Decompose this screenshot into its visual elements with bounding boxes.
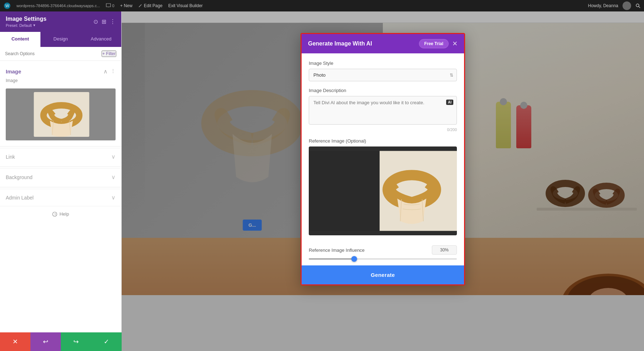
svg-line-4 (639, 6, 640, 8)
site-url[interactable]: wordpress-784896-3766464.cloudwaysapps.c… (16, 4, 100, 8)
undo-button[interactable]: ↩ (30, 332, 61, 351)
image-style-label: Image Style (309, 61, 457, 66)
close-dialog-button[interactable]: ✕ (452, 40, 458, 47)
svg-text:W: W (5, 4, 9, 8)
influence-slider[interactable] (309, 258, 457, 260)
svg-rect-18 (309, 151, 380, 231)
influence-label: Reference Image Influence (309, 247, 365, 253)
image-desc-label: Image Description (309, 88, 457, 93)
generate-button[interactable]: Generate (302, 265, 464, 284)
tab-advanced[interactable]: Advanced (81, 32, 121, 47)
sidebar-content: Image ∧ ⋮ Image (0, 61, 121, 351)
dialog-header-right: Free Trial ✕ (419, 39, 458, 48)
filter-button[interactable]: + Filter (102, 51, 116, 57)
svg-text:?: ? (54, 213, 56, 216)
wp-icon: W (4, 2, 11, 9)
divider-1 (0, 146, 121, 146)
bottom-bar: ✕ ↩ ↪ ✓ (0, 332, 122, 351)
collapse-icon[interactable]: ∧ (103, 68, 108, 75)
background-section[interactable]: Background ∨ (0, 168, 121, 186)
ai-dialog: Generate Image With AI Free Trial ✕ Imag… (301, 33, 465, 285)
wp-admin-bar: W wordpress-784896-3766464.cloudwaysapps… (0, 0, 644, 11)
columns-icon[interactable]: ⊞ (102, 18, 106, 25)
ref-pretzel-image (309, 146, 457, 235)
influence-header: Reference Image Influence 30% (309, 245, 457, 255)
image-desc-textarea[interactable] (309, 96, 457, 125)
image-desc-wrapper: AI (309, 96, 457, 126)
link-chevron-icon[interactable]: ∨ (111, 153, 116, 160)
exit-builder-item[interactable]: Exit Visual Builder (168, 3, 203, 8)
avatar (623, 1, 631, 10)
sidebar-preset[interactable]: Preset: Default ▾ (6, 23, 47, 28)
search-bar-icon[interactable] (635, 3, 640, 8)
ref-image-section: Reference Image (Optional) (309, 138, 457, 235)
tab-design[interactable]: Design (40, 32, 81, 47)
help-section: ? Help (0, 206, 121, 222)
char-count: 0/200 (309, 128, 457, 132)
dialog-header: Generate Image With AI Free Trial ✕ (302, 34, 464, 53)
ref-image-label: Reference Image (Optional) (309, 138, 457, 144)
help-button[interactable]: ? Help (5, 211, 116, 217)
comments-item[interactable]: 0 (106, 3, 114, 8)
pencil-icon (138, 4, 142, 8)
pretzel-preview-image (6, 88, 116, 140)
divider-2 (0, 167, 121, 167)
more-icon[interactable]: ⋮ (110, 18, 116, 25)
admin-label-chevron-icon[interactable]: ∨ (111, 194, 116, 201)
dialog-overlay: Generate Image With AI Free Trial ✕ Imag… (122, 11, 644, 351)
section-more-icon[interactable]: ⋮ (111, 68, 116, 75)
link-section-title: Link (6, 154, 15, 160)
image-style-wrapper: Photo Digital Art Painting Sketch 3D Ren… (309, 69, 457, 81)
new-item[interactable]: + New (120, 3, 132, 8)
admin-label-section[interactable]: Admin Label ∨ (0, 189, 121, 206)
help-icon: ? (52, 212, 57, 217)
howdy-text: Howdy, Deanna (588, 3, 619, 8)
fullscreen-icon[interactable]: ⊙ (93, 18, 98, 25)
wp-logo-item[interactable]: W (4, 2, 11, 9)
ai-badge: AI (446, 100, 453, 105)
free-trial-button[interactable]: Free Trial (419, 39, 449, 48)
sidebar-header: Image Settings Preset: Default ▾ ⊙ ⊞ ⋮ (0, 11, 121, 32)
tab-content[interactable]: Content (0, 32, 40, 47)
sidebar-tabs: Content Design Advanced (0, 32, 121, 47)
sidebar-header-icons: ⊙ ⊞ ⋮ (93, 18, 116, 25)
image-preview[interactable] (6, 88, 116, 140)
svg-point-2 (108, 7, 108, 8)
influence-value: 30% (432, 245, 457, 255)
link-section[interactable]: Link ∨ (0, 148, 121, 165)
close-button[interactable]: ✕ (0, 332, 30, 351)
sidebar-search-bar: + Filter (0, 47, 121, 61)
canvas-background: G... (122, 11, 644, 351)
image-field-label: Image (0, 77, 121, 86)
redo-button[interactable]: ↪ (61, 332, 91, 351)
comment-icon (106, 3, 111, 8)
svg-point-3 (636, 4, 639, 7)
divider-3 (0, 187, 121, 187)
slider-wrapper (309, 258, 457, 260)
dialog-body: Image Style Photo Digital Art Painting S… (302, 53, 464, 265)
sidebar-title-group: Image Settings Preset: Default ▾ (6, 16, 47, 28)
influence-section: Reference Image Influence 30% (309, 240, 457, 265)
main-canvas: G... (122, 11, 644, 351)
admin-bar-right: Howdy, Deanna (588, 1, 641, 10)
admin-label-section-title: Admin Label (6, 195, 34, 201)
image-section-title: Image (6, 68, 21, 74)
search-input[interactable] (5, 51, 102, 56)
background-chevron-icon[interactable]: ∨ (111, 174, 116, 181)
background-section-title: Background (6, 174, 33, 180)
sidebar-title: Image Settings (6, 16, 47, 22)
edit-page-item[interactable]: Edit Page (138, 3, 162, 8)
sidebar: Image Settings Preset: Default ▾ ⊙ ⊞ ⋮ C… (0, 11, 122, 351)
image-style-select[interactable]: Photo Digital Art Painting Sketch 3D Ren… (309, 69, 457, 81)
image-section-header[interactable]: Image ∧ ⋮ (0, 66, 121, 77)
dialog-title: Generate Image With AI (308, 40, 372, 47)
ref-image-container[interactable] (309, 146, 457, 235)
save-button[interactable]: ✓ (91, 332, 122, 351)
site-url-text: wordpress-784896-3766464.cloudwaysapps.c… (16, 4, 100, 8)
